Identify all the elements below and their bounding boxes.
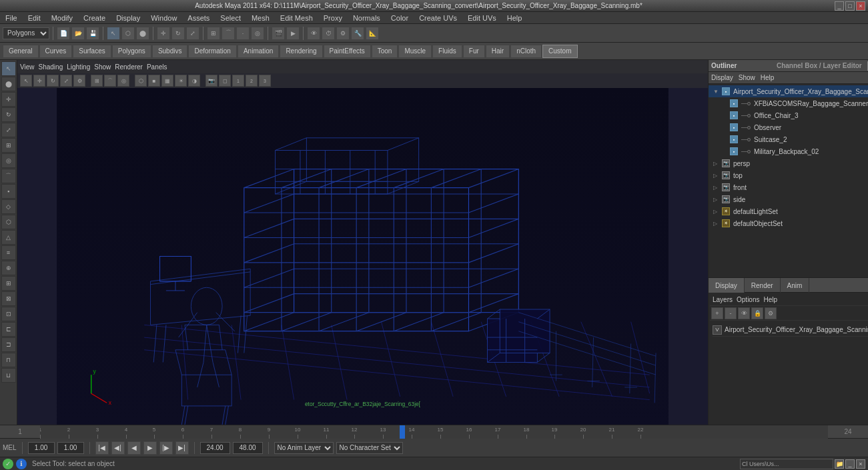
outliner-item[interactable]: ▷☀defaultLightSet (709, 205, 868, 217)
vp-menu-show[interactable]: Show (94, 63, 111, 71)
cmd-btn1[interactable]: 📁 (835, 459, 844, 469)
vp-snap1-icon[interactable]: ⊞ (91, 75, 103, 87)
vp-shadow-icon[interactable]: ◑ (188, 75, 200, 87)
tool13-icon[interactable]: ≡ (1, 245, 16, 260)
layer-visibility-icon[interactable]: V (713, 325, 722, 335)
tab-ncloth[interactable]: nCloth (510, 45, 542, 58)
vp-solid-icon[interactable]: ■ (148, 75, 160, 87)
menu-proxy[interactable]: Proxy (321, 12, 345, 23)
outliner-item[interactable]: ▪—oXFBiASCOMSRay_Baggage_Scanner (709, 97, 868, 109)
vp-menu-view[interactable]: View (20, 63, 35, 71)
tool16-icon[interactable]: ⊠ (1, 291, 16, 306)
outliner-menu-display[interactable]: Display (711, 74, 733, 81)
vp-manip-icon[interactable]: ⚙ (73, 75, 85, 87)
outliner-content[interactable]: ▼▪Airport_Security_Officer_Xray_Baggage_… (709, 84, 868, 277)
menu-select[interactable]: Select (218, 12, 244, 23)
outliner-menu-show[interactable]: Show (739, 74, 755, 81)
outliner-item[interactable]: ▷📷front (709, 181, 868, 193)
vp-menu-lighting[interactable]: Lighting (67, 63, 90, 71)
outliner-item[interactable]: ▷☀defaultObjectSet (709, 217, 868, 229)
help-menu[interactable]: Help (763, 296, 777, 303)
timeline-area[interactable]: 1 12345678910111213141516171819202122 24 (0, 425, 868, 438)
tab-subdivs[interactable]: Subdivs (152, 45, 188, 58)
lasso-icon[interactable]: ⬡ (121, 27, 135, 40)
options-menu[interactable]: Options (737, 296, 759, 303)
vp-snap3-icon[interactable]: ◎ (117, 75, 129, 87)
tool17-icon[interactable]: ⊡ (1, 307, 16, 321)
pb-start-field[interactable] (200, 442, 230, 454)
menu-window[interactable]: Window (148, 12, 179, 23)
vp-move-icon[interactable]: ✛ (33, 75, 45, 87)
tool18-icon[interactable]: ⊏ (1, 322, 16, 337)
tool6-icon[interactable]: ⊞ (1, 138, 16, 153)
misc-icon2[interactable]: 🔧 (351, 27, 364, 40)
menu-normals[interactable]: Normals (350, 12, 383, 23)
pb-end-field[interactable] (233, 442, 263, 454)
go-start-btn[interactable]: |◀ (95, 441, 109, 455)
viewport-panel[interactable]: View Shading Lighting Show Renderer Pane… (17, 60, 708, 425)
misc-icon1[interactable]: ⚙ (336, 27, 350, 40)
vp-snap2-icon[interactable]: ⌒ (104, 75, 116, 87)
anim-layer-dropdown[interactable]: No Anim Layer (274, 442, 334, 454)
vp-res1-icon[interactable]: 1 (232, 75, 244, 87)
menu-create[interactable]: Create (81, 12, 108, 23)
misc-layer-icon[interactable]: ⚙ (765, 307, 777, 319)
tool11-icon[interactable]: ⬡ (1, 215, 16, 229)
open-file-icon[interactable]: 📂 (71, 27, 85, 40)
layer-item[interactable]: VAirport_Security_Officer_Xray_Baggage_S… (713, 323, 868, 337)
tool8-icon[interactable]: ⌒ (1, 169, 16, 183)
menu-display[interactable]: Display (113, 12, 143, 23)
cmd-input-display[interactable]: Cl Users\Us... (740, 459, 833, 469)
vp-light-icon[interactable]: ☀ (175, 75, 187, 87)
show-layer-icon[interactable]: 👁 (738, 307, 750, 319)
vp-rot-icon[interactable]: ↻ (47, 75, 59, 87)
hide-layer-icon[interactable]: 🔒 (751, 307, 763, 319)
outliner-item[interactable]: ▼▪Airport_Security_Officer_Xray_Baggage_… (709, 85, 868, 97)
tab-hair[interactable]: Hair (486, 45, 510, 58)
tool19-icon[interactable]: ⊐ (1, 337, 16, 352)
step-back-btn[interactable]: ◀| (111, 441, 125, 455)
move-icon[interactable]: ✛ (157, 27, 170, 40)
new-file-icon[interactable]: 📄 (57, 27, 70, 40)
tab-display[interactable]: Display (709, 278, 745, 293)
tool20-icon[interactable]: ⊓ (1, 353, 16, 367)
tool15-icon[interactable]: ⊞ (1, 276, 16, 291)
snap-view-icon[interactable]: ◎ (251, 27, 264, 40)
misc-icon3[interactable]: 📐 (366, 27, 379, 40)
cmd-btn3[interactable]: × (856, 459, 865, 469)
current-frame-field[interactable] (57, 442, 84, 454)
tab-polygons[interactable]: Polygons (112, 45, 151, 58)
select-tool-icon[interactable]: ↖ (1, 61, 16, 76)
tool4-icon[interactable]: ↻ (1, 107, 16, 122)
outliner-menu-help[interactable]: Help (761, 74, 775, 81)
vp-scale-icon[interactable]: ⤢ (60, 75, 72, 87)
rotate-icon[interactable]: ↻ (171, 27, 185, 40)
tab-general[interactable]: General (3, 45, 39, 58)
menu-color[interactable]: Color (388, 12, 411, 23)
vp-res3-icon[interactable]: 3 (259, 75, 271, 87)
del-layer-icon[interactable]: - (725, 307, 737, 319)
tool3-icon[interactable]: ✛ (1, 92, 16, 107)
cmd-btn2[interactable]: _ (845, 459, 855, 469)
minimize-button[interactable]: _ (835, 1, 844, 11)
outliner-item[interactable]: ▷📷persp (709, 157, 868, 169)
outliner-item[interactable]: ▪—oObserver (709, 121, 868, 133)
vp-tex-icon[interactable]: ▦ (161, 75, 173, 87)
vp-cam-icon[interactable]: 📷 (205, 75, 218, 87)
snap-grid-icon[interactable]: ⊞ (207, 27, 220, 40)
outliner-item[interactable]: ▪—oSuitcase_2 (709, 133, 868, 145)
tab-fluids[interactable]: Fluids (432, 45, 462, 58)
menu-modify[interactable]: Modify (49, 12, 75, 23)
tool7-icon[interactable]: ◎ (1, 153, 16, 168)
go-end-btn[interactable]: ▶| (175, 441, 189, 455)
paint-select-icon[interactable]: ⬤ (136, 27, 149, 40)
menu-mesh[interactable]: Mesh (249, 12, 272, 23)
info-btn[interactable]: ℹ (16, 459, 27, 469)
ipr-render-icon[interactable]: ▶ (286, 27, 300, 40)
tab-deformation[interactable]: Deformation (188, 45, 236, 58)
tool10-icon[interactable]: ◇ (1, 199, 16, 214)
save-file-icon[interactable]: 💾 (86, 27, 99, 40)
mode-dropdown[interactable]: Polygons (3, 27, 49, 39)
vp-iso-icon[interactable]: ◻ (219, 75, 231, 87)
start-frame-field[interactable] (28, 442, 55, 454)
